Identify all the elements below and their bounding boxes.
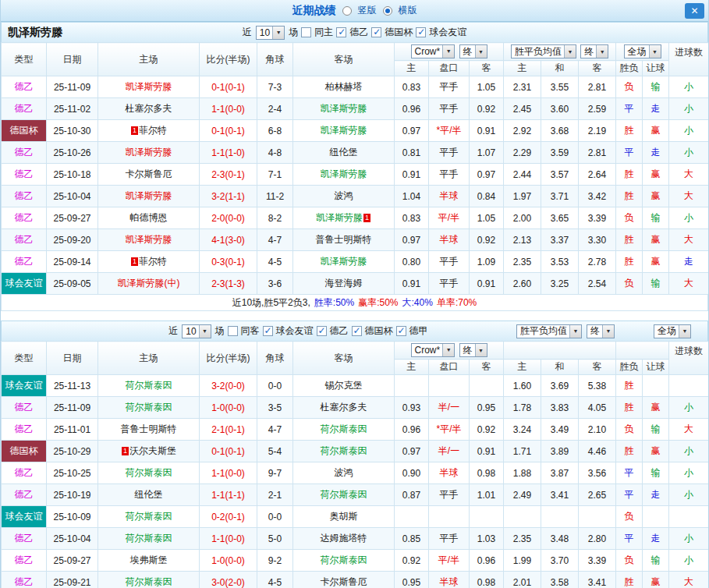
score-cell: 1-0(0-0) [200,397,257,419]
filter-league-label[interactable]: 德甲 [409,324,428,338]
filter-league-label[interactable]: 德国杯 [365,324,393,338]
team-name[interactable]: 锡尔克堡 [325,380,363,391]
fulltime-select[interactable]: 全场 [654,324,691,338]
team-name[interactable]: 波鸿 [335,190,353,201]
team-name[interactable]: 荷尔斯泰因 [126,380,172,391]
avg-select[interactable]: 胜平负均值 [516,324,582,338]
handicap-result-cell: 赢 [643,251,669,273]
team-name[interactable]: 达姆施塔特 [321,533,367,544]
team-name[interactable]: 凯泽斯劳滕 [321,103,367,114]
match-row: 德乙25-09-27埃弗斯堡1-0(0-0)9-2荷尔斯泰因0.92平/半0.9… [2,550,709,572]
team-name[interactable]: 凯泽斯劳滕 [321,125,367,136]
team-name[interactable]: 荷尔斯泰因 [126,533,172,544]
wdl-cell: 胜 [616,164,643,186]
date-cell: 25-10-19 [47,484,98,506]
fulltime-select[interactable]: 全场 [624,44,661,58]
avg-final-select[interactable]: 终 [580,44,608,58]
team-name[interactable]: 杜塞尔多夫 [321,402,367,413]
team-name[interactable]: 荷尔斯泰因 [126,402,172,413]
goals-result-cell: 小 [669,462,709,484]
team-name[interactable]: 凯泽斯劳滕(中) [118,278,180,289]
filter-league-label[interactable]: 球会友谊 [276,324,314,338]
team-name[interactable]: 荷尔斯泰因 [321,554,367,565]
team-name[interactable]: 埃弗斯堡 [130,554,168,565]
team-name[interactable]: 奥胡斯 [330,511,358,522]
team-name[interactable]: 凯泽斯劳滕 [126,81,172,92]
match-count-select[interactable]: 10 [256,26,285,40]
team-name[interactable]: 杜塞尔多夫 [126,103,172,114]
filter-checkbox[interactable] [263,326,273,336]
fulltime-group-header [616,342,669,360]
team-name[interactable]: 帕德博恩 [130,212,168,223]
league-cell: 德乙 [2,484,47,506]
filter-checkbox[interactable] [228,326,238,336]
filter-league-label[interactable]: 德乙 [330,324,349,338]
wdl-cell: 胜 [616,229,643,251]
odds-home-cell: 0.85 [395,528,429,550]
bookmaker-select-value: Crow* [415,345,441,356]
team-name[interactable]: 凯泽斯劳滕 [321,256,367,267]
team-name[interactable]: 荷尔斯泰因 [321,423,367,434]
team-name[interactable]: 凯泽斯劳滕 [316,212,363,223]
avg-home-cell: 2.01 [504,572,541,588]
filter-league-label[interactable]: 德乙 [349,26,368,39]
team-name[interactable]: 纽伦堡 [135,489,163,500]
avg-select[interactable]: 胜平负均值 [511,44,576,58]
vertical-layout-radio[interactable] [342,6,352,16]
team-name[interactable]: 卡尔斯鲁厄 [321,576,367,587]
filter-same-label[interactable]: 同主 [314,26,333,39]
filter-same-label[interactable]: 同客 [241,324,260,338]
team-name[interactable]: 荷尔斯泰因 [126,511,172,522]
team-name[interactable]: 菲尔特 [139,125,167,136]
filter-checkbox[interactable] [317,326,327,336]
matches-table-2: 类型 日期 主场 比分(半场) 角球 客场 Crow* 终 进球数 主 [1,341,709,588]
team-name[interactable]: 波鸿 [335,467,353,478]
avg-final-select[interactable]: 终 [587,324,615,338]
filter-league-label[interactable]: 球会友谊 [429,26,466,39]
bookmaker-select[interactable]: Crow* [411,343,456,357]
filter-checkbox[interactable] [371,27,381,37]
team-name[interactable]: 凯泽斯劳滕 [126,190,172,201]
team-name[interactable]: 菲尔特 [139,256,167,267]
horizontal-layout-radio[interactable] [383,6,392,16]
date-cell: 25-09-27 [47,207,98,229]
team-name[interactable]: 纽伦堡 [330,147,358,158]
filter-checkbox[interactable] [301,27,311,37]
team-name[interactable]: 沃尔夫斯堡 [129,445,176,456]
away-team-cell: 凯泽斯劳滕 [293,120,395,142]
team-name[interactable]: 卡尔斯鲁厄 [126,168,172,179]
vertical-layout-label[interactable]: 竖版 [358,4,377,17]
filter-checkbox[interactable] [416,27,426,37]
match-row: 德乙25-11-02杜塞尔多夫1-1(0-0)2-4凯泽斯劳滕0.96平手0.9… [2,98,709,120]
odds-away-cell: 0.92 [470,98,504,120]
horizontal-layout-label[interactable]: 横版 [399,4,417,17]
match-count-select[interactable]: 10 [182,324,211,338]
team-name[interactable]: 柏林赫塔 [325,81,363,92]
team-name[interactable]: 凯泽斯劳滕 [126,234,172,245]
filter-checkbox[interactable] [396,326,406,336]
filter-checkbox[interactable] [352,326,362,336]
score-cell: 0-2(0-1) [200,506,257,528]
date-cell: 25-10-04 [47,186,98,207]
bookmaker-select[interactable]: Crow* [411,44,456,58]
team-name[interactable]: 普鲁士明斯特 [121,423,177,434]
odds-final-select[interactable]: 终 [459,44,487,58]
league-cell: 德乙 [2,76,47,98]
team-name[interactable]: 荷尔斯泰因 [321,445,367,456]
team-name[interactable]: 荷尔斯泰因 [321,489,367,500]
filter-league-label[interactable]: 德国杯 [385,26,413,39]
filter-checkbox[interactable] [336,27,346,37]
team-name[interactable]: 凯泽斯劳滕 [321,168,367,179]
team-name[interactable]: 凯泽斯劳滕 [126,147,172,158]
odds-final-select[interactable]: 终 [459,343,487,357]
team-name[interactable]: 荷尔斯泰因 [126,467,172,478]
close-button[interactable]: ✕ [685,3,704,19]
team-name[interactable]: 普鲁士明斯特 [316,234,372,245]
avg-draw-cell: 3.48 [541,528,579,550]
avg-away-cell: 2.81 [579,142,616,164]
team-name[interactable]: 海登海姆 [325,278,363,289]
avg-home-cell: 1.99 [504,550,541,572]
handicap-cell: 半球 [429,186,470,207]
team-name[interactable]: 荷尔斯泰因 [126,576,172,587]
odds-home-cell: 0.83 [395,207,429,229]
